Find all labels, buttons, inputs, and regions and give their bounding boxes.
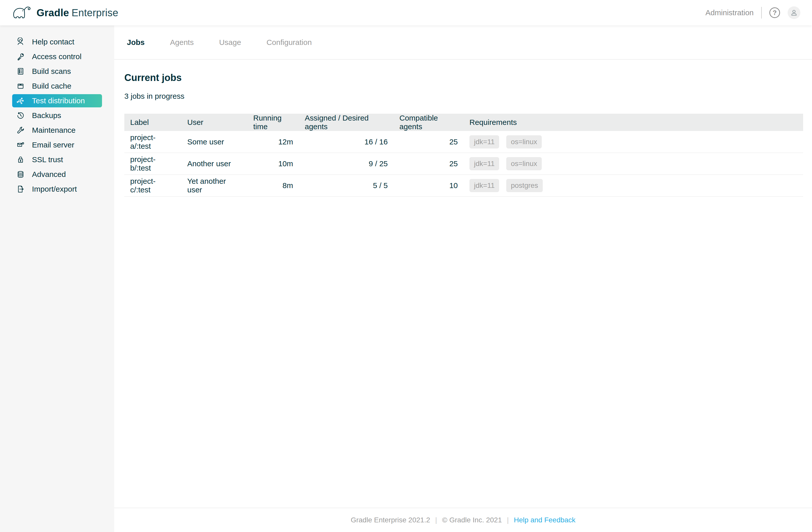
sidebar-item-build-scans[interactable]: Build scans <box>12 65 102 78</box>
sidebar-item-maintenance[interactable]: Maintenance <box>12 124 102 137</box>
job-assigned-desired: 16 / 16 <box>299 131 394 153</box>
job-requirements: jdk=11os=linux <box>464 131 803 153</box>
sidebar-item-ssl-trust[interactable]: SSL trust <box>12 153 102 166</box>
current-jobs-table: Label User Running time Assigned / Desir… <box>124 114 803 197</box>
sidebar-item-build-cache[interactable]: Build cache <box>12 80 102 92</box>
header-actions: Administration ? <box>706 6 800 19</box>
sidebar-item-label: Access control <box>32 52 82 61</box>
sidebar-item-label: Test distribution <box>32 97 85 105</box>
jobs-status-text: 3 jobs in progress <box>124 92 803 101</box>
sidebar-item-label: Backups <box>32 111 61 120</box>
sidebar-item-label: SSL trust <box>32 155 63 164</box>
footer-separator: | <box>435 516 437 524</box>
column-header-assigned-desired: Assigned / Desired agents <box>299 114 394 131</box>
sidebar-item-label: Advanced <box>32 170 66 179</box>
job-label: project-a/:test <box>124 131 182 153</box>
sidebar-item-backups[interactable]: Backups <box>12 109 102 122</box>
brand-name-light: Enterprise <box>72 7 118 18</box>
headset-person-icon <box>16 38 25 46</box>
footer-version: Gradle Enterprise 2021.2 <box>351 516 430 524</box>
lock-icon <box>16 155 25 164</box>
requirement-badge: os=linux <box>506 157 542 170</box>
job-compatible: 25 <box>394 131 464 153</box>
requirement-badge: os=linux <box>506 135 542 148</box>
sidebar-item-access-control[interactable]: Access control <box>12 50 102 63</box>
job-user: Yet another user <box>182 175 247 197</box>
column-header-requirements: Requirements <box>464 114 803 131</box>
main-area: Jobs Agents Usage Configuration Current … <box>114 25 812 532</box>
requirement-badge: jdk=11 <box>469 157 499 170</box>
footer-separator: | <box>507 516 509 524</box>
requirement-badge: postgres <box>506 179 542 192</box>
top-header: GradleEnterprise Administration ? <box>0 0 812 25</box>
job-label: project-c/:test <box>124 175 182 197</box>
job-user: Some user <box>182 131 247 153</box>
administration-link[interactable]: Administration <box>706 9 754 17</box>
job-assigned-desired: 9 / 25 <box>299 153 394 175</box>
tab-configuration[interactable]: Configuration <box>266 38 311 47</box>
envelope-icon <box>16 141 25 149</box>
sidebar-item-label: Help contact <box>32 38 74 46</box>
table-header-row: Label User Running time Assigned / Desir… <box>124 114 803 131</box>
job-running-time: 8m <box>247 175 299 197</box>
sidebar-item-label: Import/export <box>32 185 77 193</box>
page-title: Current jobs <box>124 72 803 83</box>
tab-usage[interactable]: Usage <box>219 38 241 47</box>
job-label: project-b/:test <box>124 153 182 175</box>
content-area: Current jobs 3 jobs in progress Label Us… <box>114 60 812 508</box>
help-and-feedback-link[interactable]: Help and Feedback <box>514 516 576 524</box>
sidebar-item-advanced[interactable]: Advanced <box>12 168 102 181</box>
requirement-badge: jdk=11 <box>469 135 499 148</box>
history-icon <box>16 111 25 120</box>
job-user: Another user <box>182 153 247 175</box>
table-row: project-a/:test Some user 12m 16 / 16 25… <box>124 131 803 153</box>
sidebar-item-email-server[interactable]: Email server <box>12 138 102 152</box>
job-running-time: 10m <box>247 153 299 175</box>
gradle-elephant-logo <box>13 5 32 20</box>
tab-jobs[interactable]: Jobs <box>127 38 145 47</box>
job-running-time: 12m <box>247 131 299 153</box>
database-icon <box>16 170 25 179</box>
sidebar-item-label: Maintenance <box>32 126 76 134</box>
job-compatible: 25 <box>394 153 464 175</box>
table-row: project-b/:test Another user 10m 9 / 25 … <box>124 153 803 175</box>
job-requirements: jdk=11os=linux <box>464 153 803 175</box>
job-assigned-desired: 5 / 5 <box>299 175 394 197</box>
footer-copyright: © Gradle Inc. 2021 <box>442 516 502 524</box>
sidebar-item-test-distribution[interactable]: Test distribution <box>12 94 102 107</box>
job-compatible: 10 <box>394 175 464 197</box>
list-icon <box>16 67 25 76</box>
user-icon[interactable] <box>788 6 800 19</box>
job-requirements: jdk=11postgres <box>464 175 803 197</box>
sidebar-item-import-export[interactable]: Import/export <box>12 183 102 196</box>
archive-box-icon <box>16 82 25 90</box>
brand-home-link[interactable]: GradleEnterprise <box>13 5 118 20</box>
network-icon <box>16 97 25 105</box>
sidebar-item-label: Email server <box>32 141 74 149</box>
help-icon[interactable]: ? <box>769 8 780 18</box>
sidebar-item-label: Build scans <box>32 67 71 76</box>
column-header-user: User <box>182 114 247 131</box>
brand-name: GradleEnterprise <box>37 7 118 18</box>
document-export-icon <box>16 185 25 193</box>
column-header-label: Label <box>124 114 182 131</box>
requirement-badge: jdk=11 <box>469 179 499 192</box>
sidebar-item-label: Build cache <box>32 82 71 90</box>
sidebar-item-help-contact[interactable]: Help contact <box>12 35 102 48</box>
page-footer: Gradle Enterprise 2021.2 | © Gradle Inc.… <box>114 508 812 532</box>
tab-bar: Jobs Agents Usage Configuration <box>114 25 812 60</box>
table-row: project-c/:test Yet another user 8m 5 / … <box>124 175 803 197</box>
key-icon <box>16 52 25 61</box>
column-header-compatible: Compatible agents <box>394 114 464 131</box>
column-header-running-time: Running time <box>247 114 299 131</box>
header-divider <box>761 7 762 18</box>
tab-agents[interactable]: Agents <box>170 38 193 47</box>
admin-sidebar: Help contact Access control <box>0 25 114 532</box>
wrench-icon <box>16 126 25 134</box>
brand-name-bold: Gradle <box>37 7 69 18</box>
